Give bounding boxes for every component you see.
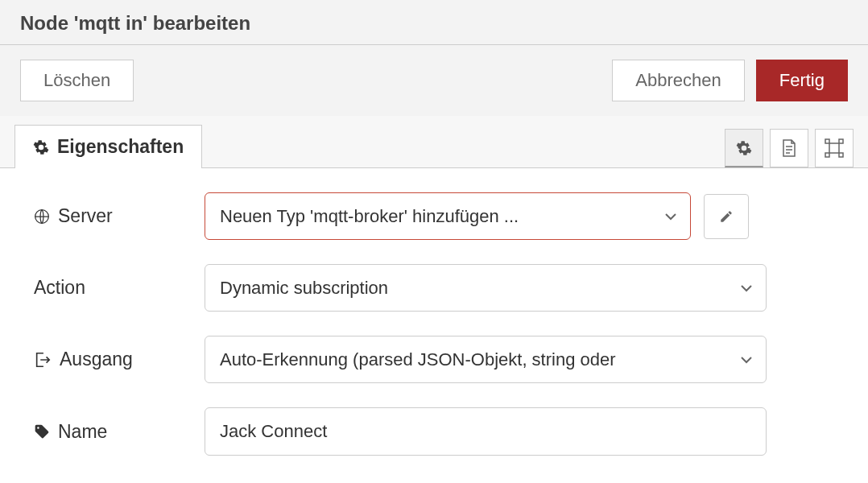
svg-rect-0	[829, 143, 839, 153]
pencil-icon	[719, 209, 734, 224]
server-row: Server Neuen Typ 'mqtt-broker' hinzufüge…	[34, 192, 848, 240]
tab-properties-label: Eigenschaften	[57, 136, 184, 158]
output-select[interactable]: Auto-Erkennung (parsed JSON-Objekt, stri…	[205, 336, 767, 383]
tag-icon	[34, 423, 50, 440]
tab-properties[interactable]: Eigenschaften	[14, 125, 202, 168]
docs-icon-button[interactable]	[770, 129, 808, 167]
appearance-icon-button[interactable]	[815, 129, 854, 167]
server-label: Server	[34, 205, 205, 227]
globe-icon	[34, 208, 50, 225]
output-label: Ausgang	[34, 349, 205, 370]
server-select[interactable]: Neuen Typ 'mqtt-broker' hinzufügen ...	[205, 192, 691, 240]
output-label-text: Ausgang	[60, 349, 133, 370]
action-label: Action	[34, 277, 205, 299]
name-row: Name	[34, 407, 848, 456]
edit-server-button[interactable]	[704, 194, 749, 239]
svg-rect-4	[839, 153, 843, 157]
document-icon	[781, 139, 797, 157]
settings-icon-button[interactable]	[725, 129, 763, 167]
button-bar: Löschen Abbrechen Fertig	[0, 45, 868, 117]
cancel-button[interactable]: Abbrechen	[612, 60, 744, 101]
svg-rect-2	[839, 139, 843, 143]
server-label-text: Server	[58, 205, 113, 227]
gear-icon	[33, 139, 49, 155]
action-label-text: Action	[34, 277, 85, 299]
done-button[interactable]: Fertig	[756, 60, 848, 101]
action-row: Action Dynamic subscription	[34, 264, 848, 312]
svg-rect-3	[825, 153, 829, 157]
tab-bar: Eigenschaften	[0, 116, 868, 168]
output-row: Ausgang Auto-Erkennung (parsed JSON-Obje…	[34, 336, 848, 383]
bounding-box-icon	[825, 138, 844, 158]
dialog-header: Node 'mqtt in' bearbeiten	[0, 0, 868, 45]
name-input[interactable]	[205, 407, 767, 456]
svg-rect-1	[825, 139, 829, 143]
name-label: Name	[34, 421, 205, 443]
delete-button[interactable]: Löschen	[20, 60, 134, 101]
name-label-text: Name	[58, 421, 107, 443]
gear-icon	[736, 140, 752, 156]
action-select[interactable]: Dynamic subscription	[205, 264, 767, 312]
dialog-title: Node 'mqtt in' bearbeiten	[20, 12, 848, 35]
properties-form: Server Neuen Typ 'mqtt-broker' hinzufüge…	[0, 168, 868, 483]
output-icon	[34, 352, 52, 368]
